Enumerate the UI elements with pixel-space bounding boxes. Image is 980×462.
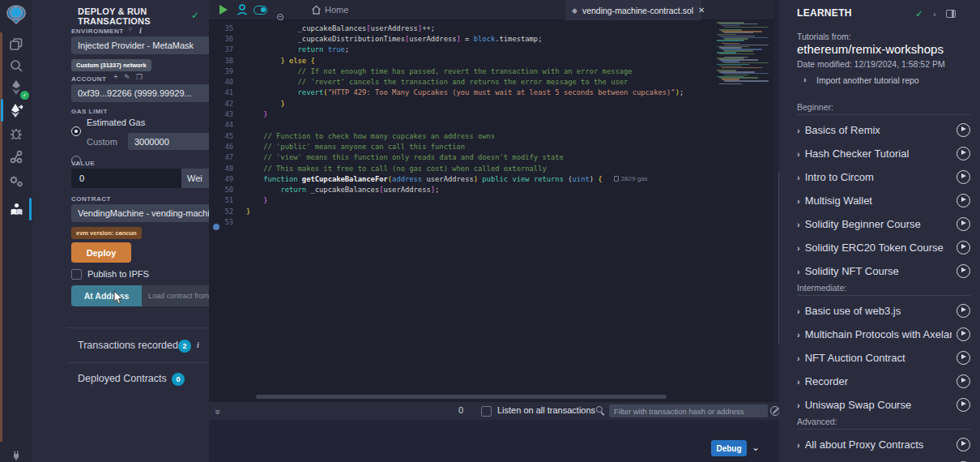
tutorial-item[interactable]: ›Solidity ERC20 Token Course	[797, 236, 970, 259]
copy-account-icon[interactable]: ❐	[136, 73, 143, 81]
tab-close-icon[interactable]: ✕	[698, 6, 705, 15]
transactions-info-icon[interactable]: i	[197, 340, 199, 349]
tutorial-item[interactable]: ›Deploy with Libraries	[797, 456, 970, 462]
contract-select[interactable]: VendingMachine - vending-machin	[71, 204, 228, 222]
ai-assistant-icon[interactable]	[236, 3, 249, 16]
code-line[interactable]: 44	[209, 120, 711, 130]
tutorial-item[interactable]: ›Solidity NFT Course	[797, 259, 970, 283]
solidity-compiler-icon[interactable]: ✓	[0, 77, 32, 98]
tutorial-expand-chevron[interactable]: ›	[797, 353, 800, 363]
tutorial-item[interactable]: ›Solidity Beginner Course	[797, 212, 970, 236]
home-icon[interactable]	[311, 5, 322, 15]
tutorial-play-button[interactable]	[957, 438, 970, 451]
tutorial-item[interactable]: ›Multichain Protocols with Axelar	[797, 323, 970, 346]
code-line[interactable]: 48 // This makes it free to call (no gas…	[209, 163, 711, 173]
tutorial-expand-chevron[interactable]: ›	[797, 126, 800, 135]
tutorial-play-button[interactable]	[957, 398, 970, 412]
tutorial-expand-chevron[interactable]: ›	[797, 173, 800, 182]
debugger-icon[interactable]	[0, 123, 32, 144]
tutorial-play-button[interactable]	[957, 241, 970, 255]
code-line[interactable]: 49 function getCupcakeBalanceFor(address…	[209, 173, 711, 184]
code-line[interactable]: 41 revert("HTTP 429: Too Many Cupcakes (…	[209, 88, 711, 98]
tutorial-play-button[interactable]	[957, 217, 970, 231]
code-line[interactable]: 37 return true;	[209, 45, 711, 55]
file-explorer-icon[interactable]	[0, 34, 32, 55]
account-select[interactable]: 0xf39...92266 (9999.99929... ∥	[71, 84, 228, 102]
ai-toggle-icon[interactable]	[254, 6, 267, 15]
tutorial-expand-chevron[interactable]: ›	[797, 440, 800, 450]
tutorial-expand-chevron[interactable]: ›	[797, 220, 800, 229]
tutorial-item[interactable]: ›Hash Checker Tutorial	[797, 142, 970, 165]
remix-logo-icon[interactable]	[0, 4, 32, 25]
tutorial-play-button[interactable]	[957, 147, 970, 160]
deploy-button[interactable]: Deploy	[71, 242, 131, 263]
tutorial-play-button[interactable]	[957, 123, 970, 137]
at-address-button[interactable]: At Address	[71, 285, 142, 306]
code-line[interactable]: 46 // 'public' means anyone can call thi…	[209, 141, 711, 152]
tutorial-play-button[interactable]	[957, 304, 970, 318]
sign-message-icon[interactable]: ✎	[124, 73, 130, 81]
tutorial-play-button[interactable]	[957, 327, 970, 341]
terminal-log[interactable]: creation of VendingMachine pending... ✓ …	[209, 420, 779, 462]
tutorial-expand-chevron[interactable]: ›	[797, 243, 800, 253]
fork-icon[interactable]: ⑂	[128, 25, 132, 33]
code-line[interactable]: 47 // 'view' means this function only re…	[209, 152, 711, 163]
import-chevron-icon[interactable]: ›	[803, 75, 807, 84]
tutorial-item[interactable]: ›NFT Auction Contract	[797, 346, 970, 370]
breakpoint-dot[interactable]	[213, 224, 219, 230]
code-line[interactable]: 35 _cupcakeBalances[userAddress]++;	[209, 23, 711, 33]
tutorial-expand-chevron[interactable]: ›	[797, 330, 800, 340]
tutorial-play-button[interactable]	[957, 264, 970, 278]
settings-icon[interactable]	[0, 170, 32, 191]
tutorial-expand-chevron[interactable]: ›	[797, 196, 800, 206]
tutorial-item[interactable]: ›Multisig Wallet	[797, 189, 970, 212]
tutorial-expand-chevron[interactable]: ›	[797, 377, 800, 387]
tutorial-play-button[interactable]	[957, 170, 970, 184]
publish-ipfs-checkbox[interactable]	[71, 269, 82, 280]
code-editor[interactable]: 35 _cupcakeBalances[userAddress]++;36 _c…	[209, 20, 779, 401]
code-line[interactable]: 40 // 'revert' cancels the transaction a…	[209, 77, 711, 88]
tutorial-expand-chevron[interactable]: ›	[797, 149, 800, 159]
transaction-filter-input[interactable]	[609, 404, 768, 417]
tutorial-expand-chevron[interactable]: ›	[797, 306, 800, 316]
tutorial-expand-chevron[interactable]: ›	[797, 400, 800, 410]
import-repo-link[interactable]: Import another tutorial repo	[816, 75, 919, 85]
environment-select[interactable]: Injected Provider - MetaMask ∥	[71, 36, 228, 54]
listen-all-checkbox[interactable]	[481, 406, 492, 417]
tutorial-item[interactable]: ›Basic use of web3.js	[797, 299, 970, 323]
code-line[interactable]: 45 // Function to check how many cupcake…	[209, 130, 711, 141]
tutorial-item[interactable]: ›Uniswap Swap Course	[797, 393, 970, 417]
code-line[interactable]: 38 } else {	[209, 55, 711, 66]
editor-minimap[interactable]	[717, 22, 770, 85]
tutorial-item[interactable]: ›All about Proxy Contracts	[797, 433, 970, 456]
tab-vending-machine-contract[interactable]: ◆ vending-machine-contract.sol ✕	[565, 0, 701, 20]
learneth-expand-chevron[interactable]: ›	[933, 9, 936, 19]
learneth-plugin-icon[interactable]	[0, 199, 32, 220]
tutorial-play-button[interactable]	[957, 194, 970, 207]
code-line[interactable]: 39 // If not enough time has passed, rev…	[209, 66, 711, 76]
search-icon[interactable]	[0, 55, 32, 76]
code-line[interactable]: 43 }	[209, 109, 711, 119]
tutorial-play-button[interactable]	[957, 351, 970, 365]
tutorial-item[interactable]: ›Recorder	[797, 370, 970, 393]
tutorial-item[interactable]: ›Intro to Circom	[797, 165, 970, 189]
code-line[interactable]: 53	[209, 216, 711, 227]
horizontal-scrollbar[interactable]	[256, 395, 667, 399]
tutorial-play-button[interactable]	[957, 374, 970, 388]
tutorial-expand-chevron[interactable]: ›	[797, 267, 800, 276]
terminal-expand-icon[interactable]: »	[212, 409, 224, 415]
estimated-gas-radio[interactable]	[71, 126, 81, 136]
tutorial-item[interactable]: ›Basics of Remix	[797, 118, 970, 142]
environment-info-icon[interactable]: i	[139, 26, 142, 35]
deploy-run-icon[interactable]	[0, 100, 32, 121]
debug-button[interactable]: Debug	[711, 440, 747, 456]
plugin-manager-icon[interactable]	[0, 444, 32, 462]
value-input[interactable]: 0	[71, 169, 181, 188]
home-label[interactable]: Home	[325, 5, 348, 15]
git-icon[interactable]	[0, 147, 32, 168]
add-account-icon[interactable]: +	[113, 72, 118, 81]
tx-expand-chevron-icon[interactable]: ⌄	[752, 442, 760, 453]
code-line[interactable]: 52}	[209, 206, 711, 216]
code-line[interactable]: 42 }	[209, 98, 711, 109]
learneth-pin-icon[interactable]	[946, 10, 956, 18]
